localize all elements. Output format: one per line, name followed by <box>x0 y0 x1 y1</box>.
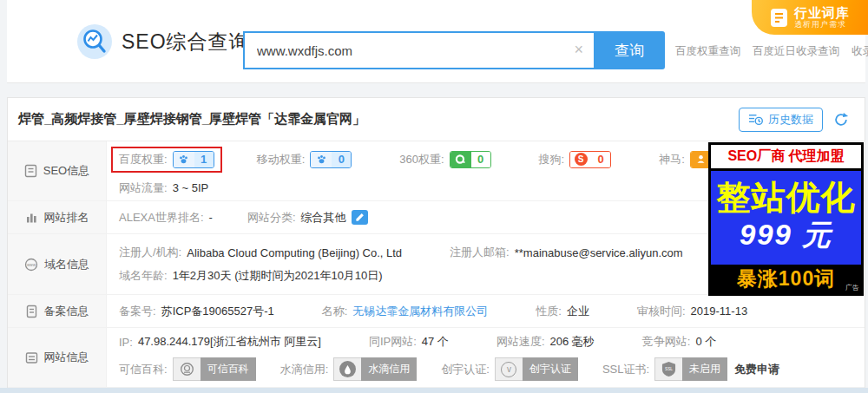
link-baidu-recent-index-query[interactable]: 百度近日收录查询 <box>753 44 839 59</box>
refresh-icon[interactable] <box>833 112 849 128</box>
mobile-weight-badge[interactable]: 0 <box>310 151 352 168</box>
ssl-shield-icon: SSL <box>654 357 682 381</box>
ribbon-title: 行业词库 <box>794 5 850 20</box>
alexa-rank-label: ALEXA世界排名: <box>119 210 204 226</box>
so360-weight-badge[interactable]: 0 <box>450 151 491 168</box>
ssl-cert-badge[interactable]: SSL 未启用 <box>654 357 727 381</box>
ad-price: 999 元 <box>740 216 832 255</box>
competitor-value: 0 个 <box>695 334 716 350</box>
logo-text: SEO综合查询 <box>122 29 250 56</box>
section-website-info: 网站信息 <box>8 328 107 387</box>
ad-headline: SEO厂商 代理加盟 <box>711 145 861 168</box>
company-name-link[interactable]: 无锡达霏金属材料有限公司 <box>352 304 488 319</box>
site-speed-value: 206 毫秒 <box>550 334 595 350</box>
section-domain-info: www 域名信息 <box>8 234 107 294</box>
seo-info-label: SEO信息 <box>43 163 89 179</box>
baidu-weight-value: 1 <box>194 152 214 167</box>
ip-value: 47.98.244.179[浙江省杭州市 阿里云] <box>138 334 321 350</box>
nature-label: 性质: <box>536 304 562 319</box>
domain-age-label: 域名年龄: <box>119 268 168 284</box>
bottom-strip <box>0 388 868 393</box>
site-speed-label: 网站速度: <box>496 334 545 350</box>
trusted-encyclopedia-badge[interactable]: 可信百科 <box>173 357 256 381</box>
search-bar: × 查询 <box>243 31 665 69</box>
icp-info-row: 备案信息 备案号: 苏ICP备19065527号-1 名称: 无锡达霏金属材料有… <box>8 295 865 328</box>
same-ip-value: 47 个 <box>422 334 449 350</box>
result-panel: 焊管_高频焊接管_厚壁焊接钢管_厚壁焊管「达霏金属官网」 历史数据 <box>7 97 865 388</box>
company-name-label: 名称: <box>322 304 348 319</box>
traffic-value: 3 ~ 5IP <box>173 181 209 194</box>
mobile-paw-icon <box>311 152 332 167</box>
baidu-weight-badge[interactable]: 1 <box>173 151 214 168</box>
ad-main-text: 整站优化 <box>717 180 856 216</box>
chuangyu-cert-badge-label: 创宇认证 <box>523 357 578 381</box>
svg-text:SSL: SSL <box>665 367 673 371</box>
logo: SEO综合查询 <box>76 23 250 60</box>
query-button[interactable]: 查询 <box>594 31 665 69</box>
clear-icon[interactable]: × <box>574 41 583 59</box>
history-list-clock-icon <box>748 113 763 126</box>
ssl-cert-badge-label: 未启用 <box>682 357 727 381</box>
header-links: 百度权重查询 百度近日收录查询 收录查询 <box>675 44 868 59</box>
water-drop-credit-label: 水滴信用: <box>280 362 329 377</box>
mobile-weight-label: 移动权重: <box>257 152 306 167</box>
baidu-weight-label: 百度权重: <box>119 152 168 167</box>
water-drop-credit-badge[interactable]: 水滴信用 <box>333 357 417 381</box>
record-doc-icon <box>25 305 38 318</box>
globe-www-icon: www <box>24 258 38 272</box>
icp-number-value: 苏ICP备19065527号-1 <box>161 304 274 319</box>
bar-chart-icon <box>25 211 38 224</box>
section-icp-info: 备案信息 <box>8 295 107 327</box>
registrant-email-label: 注册人邮箱: <box>450 245 510 260</box>
water-drop-credit-badge-label: 水滴信用 <box>361 357 417 381</box>
free-apply-link[interactable]: 免费申请 <box>734 362 779 377</box>
mobile-weight-value: 0 <box>332 152 351 167</box>
domain-info-label: 域名信息 <box>44 257 89 272</box>
registrant-email-value: **mainabuse@service.aliyun.com <box>515 246 683 259</box>
edit-category-icon[interactable] <box>352 210 368 225</box>
icp-info-label: 备案信息 <box>44 304 89 319</box>
website-info-label: 网站信息 <box>44 350 89 365</box>
sogou-weight-badge[interactable]: S 0 <box>569 151 611 168</box>
nature-value: 企业 <box>567 304 589 319</box>
ad-banner[interactable]: SEO厂商 代理加盟 整站优化 999 元 暴涨100词 广告 <box>708 142 864 296</box>
shenma-weight-label: 神马: <box>659 152 685 167</box>
seo-doc-icon <box>24 164 37 178</box>
industry-thesaurus-ribbon[interactable]: 行业词库 透析用户需求 <box>752 0 868 35</box>
history-data-button[interactable]: 历史数据 <box>739 108 823 132</box>
baidu-paw-icon <box>174 152 194 167</box>
site-category-label: 网站分类: <box>247 210 296 226</box>
link-index-query[interactable]: 收录查询 <box>852 44 868 59</box>
chuangyu-cert-badge[interactable]: v 创宇认证 <box>495 357 578 381</box>
link-baidu-weight-query[interactable]: 百度权重查询 <box>675 44 740 59</box>
section-site-rank: 网站排名 <box>8 201 107 233</box>
so360-weight-value: 0 <box>471 152 490 167</box>
so360-ring-icon <box>450 152 471 167</box>
water-drop-icon <box>333 357 361 381</box>
icp-number-label: 备案号: <box>119 304 156 319</box>
sogou-s-icon: S <box>570 152 591 167</box>
ssl-cert-label: SSL证书: <box>602 362 649 377</box>
sogou-weight-value: 0 <box>591 152 610 167</box>
title-row: 焊管_高频焊接管_厚壁焊接钢管_厚壁焊管「达霏金属官网」 历史数据 <box>8 98 865 141</box>
traffic-label: 网站流量: <box>119 180 168 196</box>
so360-weight-label: 360权重: <box>399 152 444 167</box>
domain-age-value: 1年2月30天 (过期时间为2021年10月10日) <box>173 268 383 284</box>
site-category-value: 综合其他 <box>301 210 346 226</box>
document-icon <box>770 8 788 28</box>
v-cert-icon: v <box>495 357 523 381</box>
site-rank-label: 网站排名 <box>44 210 89 226</box>
seo-logo-icon <box>76 23 113 60</box>
sogou-weight-label: 搜狗: <box>539 152 565 167</box>
website-info-row: 网站信息 IP: 47.98.244.179[浙江省杭州市 阿里云] 同IP网站… <box>8 328 865 388</box>
search-input[interactable] <box>243 31 594 69</box>
registrant-value: Alibaba Cloud Computing (Beijing) Co., L… <box>187 246 402 259</box>
same-ip-label: 同IP网站: <box>369 334 417 350</box>
encyclopedia-icon <box>173 357 201 381</box>
baidu-weight-highlight-box: 百度权重: 1 <box>111 147 222 173</box>
ad-bottom-text: 暴涨100词 <box>737 265 835 292</box>
ribbon-subtitle: 透析用户需求 <box>794 20 850 29</box>
header: SEO综合查询 × 查询 百度权重查询 百度近日收录查询 收录查询 <box>7 0 865 83</box>
ip-label: IP: <box>119 336 133 349</box>
alexa-rank-value: - <box>209 211 213 224</box>
